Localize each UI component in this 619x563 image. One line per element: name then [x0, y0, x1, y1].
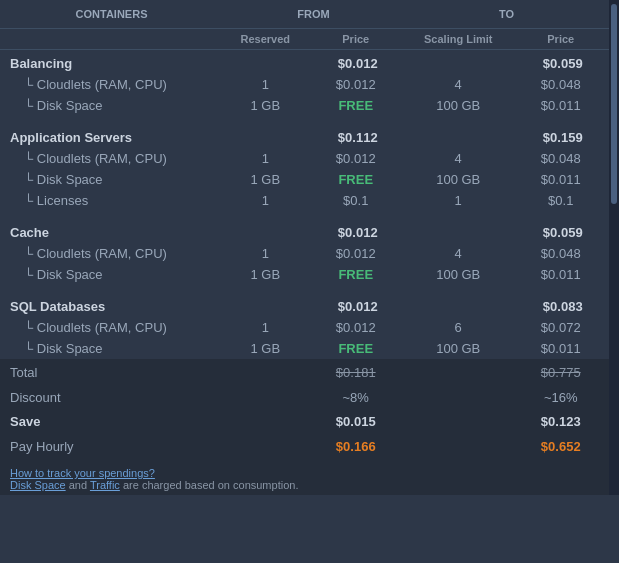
section-reserved: [223, 293, 307, 317]
item-row: └ Cloudlets (RAM, CPU) 1 $0.012 4 $0.048: [0, 148, 609, 169]
reserved-sub-header: Reserved: [223, 29, 307, 50]
section-scaling: [404, 293, 513, 317]
section-row: Balancing $0.012 $0.059: [0, 50, 609, 75]
item-from-price: FREE: [308, 95, 404, 116]
item-name: └ Cloudlets (RAM, CPU): [0, 317, 223, 338]
item-reserved: 1 GB: [223, 95, 307, 116]
item-reserved: 1: [223, 190, 307, 211]
item-name: └ Disk Space: [0, 264, 223, 285]
item-reserved: 1: [223, 317, 307, 338]
discount-row: Discount ~8% ~16%: [0, 386, 609, 409]
item-scaling: 100 GB: [404, 95, 513, 116]
item-reserved: 1 GB: [223, 338, 307, 359]
total-from-price: $0.181: [308, 359, 404, 386]
item-scaling: 4: [404, 243, 513, 264]
scrollbar-thumb[interactable]: [611, 4, 617, 204]
containers-header: CONTAINERS: [0, 0, 223, 29]
total-label: Total: [0, 359, 223, 386]
to-price-sub-header: Price: [513, 29, 610, 50]
footnote-and: and: [66, 479, 90, 491]
section-from-price: $0.112: [308, 124, 404, 148]
item-name: └ Cloudlets (RAM, CPU): [0, 243, 223, 264]
item-scaling: 1: [404, 190, 513, 211]
item-row: └ Cloudlets (RAM, CPU) 1 $0.012 6 $0.072: [0, 317, 609, 338]
section-row: Application Servers $0.112 $0.159: [0, 124, 609, 148]
discount-label: Discount: [0, 386, 223, 409]
section-row: SQL Databases $0.012 $0.083: [0, 293, 609, 317]
save-to: $0.123: [513, 409, 610, 434]
item-name: └ Cloudlets (RAM, CPU): [0, 148, 223, 169]
item-reserved: 1: [223, 148, 307, 169]
item-reserved: 1: [223, 243, 307, 264]
discount-from: ~8%: [308, 386, 404, 409]
section-scaling: [404, 219, 513, 243]
pay-hourly-from: $0.166: [308, 434, 404, 459]
discount-scaling: [404, 386, 513, 409]
track-spendings-link[interactable]: How to track your spendings?: [10, 467, 155, 479]
item-name: └ Disk Space: [0, 95, 223, 116]
item-to-price: $0.011: [513, 264, 610, 285]
section-scaling: [404, 124, 513, 148]
save-row: Save $0.015 $0.123: [0, 409, 609, 434]
section-reserved: [223, 219, 307, 243]
item-reserved: 1 GB: [223, 169, 307, 190]
item-to-price: $0.011: [513, 338, 610, 359]
item-scaling: 100 GB: [404, 338, 513, 359]
pay-hourly-row: Pay Hourly $0.166 $0.652: [0, 434, 609, 459]
item-name: └ Cloudlets (RAM, CPU): [0, 74, 223, 95]
separator-row: [0, 211, 609, 219]
section-name: SQL Databases: [0, 293, 223, 317]
table-header: CONTAINERS FROM TO: [0, 0, 609, 29]
section-reserved: [223, 124, 307, 148]
section-to-price: $0.083: [513, 293, 610, 317]
section-to-price: $0.059: [513, 50, 610, 75]
footnote-row: How to track your spendings? Disk Space …: [0, 459, 609, 495]
item-to-price: $0.011: [513, 169, 610, 190]
discount-reserved: [223, 386, 307, 409]
item-scaling: 6: [404, 317, 513, 338]
item-from-price: $0.012: [308, 317, 404, 338]
section-row: Cache $0.012 $0.059: [0, 219, 609, 243]
item-to-price: $0.011: [513, 95, 610, 116]
section-from-price: $0.012: [308, 219, 404, 243]
pay-hourly-reserved: [223, 434, 307, 459]
item-row: └ Cloudlets (RAM, CPU) 1 $0.012 4 $0.048: [0, 243, 609, 264]
to-header: TO: [404, 0, 609, 29]
item-reserved: 1: [223, 74, 307, 95]
item-reserved: 1 GB: [223, 264, 307, 285]
item-row: └ Disk Space 1 GB FREE 100 GB $0.011: [0, 264, 609, 285]
total-to-price: $0.775: [513, 359, 610, 386]
separator-row: [0, 285, 609, 293]
section-scaling: [404, 50, 513, 75]
item-to-price: $0.1: [513, 190, 610, 211]
section-reserved: [223, 50, 307, 75]
footnote-traffic-link[interactable]: Traffic: [90, 479, 120, 491]
item-from-price: FREE: [308, 338, 404, 359]
item-to-price: $0.072: [513, 317, 610, 338]
item-from-price: $0.012: [308, 148, 404, 169]
footnote-disk-space-link[interactable]: Disk Space: [10, 479, 66, 491]
pay-hourly-label: Pay Hourly: [0, 434, 223, 459]
total-row: Total $0.181 $0.775: [0, 359, 609, 386]
item-from-price: $0.012: [308, 243, 404, 264]
section-name: Cache: [0, 219, 223, 243]
pay-hourly-scaling: [404, 434, 513, 459]
total-scaling: [404, 359, 513, 386]
scaling-sub-header: Scaling Limit: [404, 29, 513, 50]
footnote-suffix: are charged based on consumption.: [120, 479, 299, 491]
save-reserved: [223, 409, 307, 434]
item-row: └ Disk Space 1 GB FREE 100 GB $0.011: [0, 95, 609, 116]
item-row: └ Disk Space 1 GB FREE 100 GB $0.011: [0, 169, 609, 190]
item-name: └ Licenses: [0, 190, 223, 211]
save-label: Save: [0, 409, 223, 434]
footnote: How to track your spendings? Disk Space …: [0, 459, 609, 495]
item-from-price: $0.1: [308, 190, 404, 211]
item-to-price: $0.048: [513, 148, 610, 169]
item-to-price: $0.048: [513, 74, 610, 95]
section-from-price: $0.012: [308, 50, 404, 75]
item-scaling: 4: [404, 148, 513, 169]
section-to-price: $0.059: [513, 219, 610, 243]
item-row: └ Licenses 1 $0.1 1 $0.1: [0, 190, 609, 211]
item-scaling: 100 GB: [404, 264, 513, 285]
item-from-price: FREE: [308, 264, 404, 285]
